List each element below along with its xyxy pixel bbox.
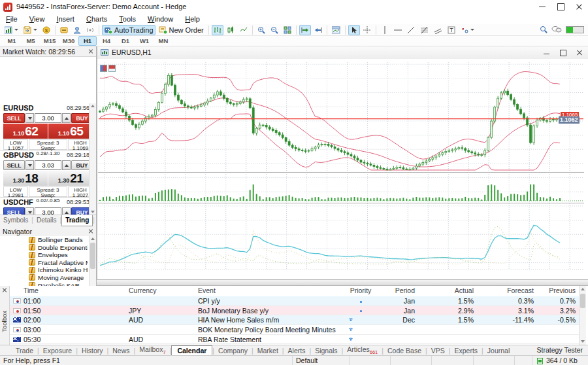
volume-decrease-button[interactable] bbox=[25, 207, 34, 215]
autotrading-button[interactable]: AutoTrading bbox=[102, 25, 155, 35]
chart-window-titlebar[interactable]: EURUSD,H1 bbox=[97, 46, 588, 60]
bottom-tab-code-base[interactable]: Code Base bbox=[384, 347, 425, 355]
calendar-row[interactable]: 05:30AUDRBA Rate Statement bbox=[10, 335, 579, 345]
minimize-button[interactable] bbox=[533, 0, 551, 13]
volume-decrease-button[interactable] bbox=[25, 160, 34, 170]
bottom-tab-alerts[interactable]: Alerts bbox=[284, 347, 310, 355]
zoom-in-button[interactable] bbox=[255, 25, 267, 35]
indicators-button[interactable] bbox=[330, 25, 342, 35]
chart-maximize-button[interactable] bbox=[557, 48, 570, 57]
crosshair-tool-button[interactable] bbox=[361, 25, 373, 35]
volume-input[interactable]: 3.00 bbox=[35, 207, 61, 215]
menu-file[interactable]: File bbox=[0, 14, 24, 24]
ask-price[interactable]: 1.3021 bbox=[48, 171, 93, 186]
bottom-tab-signals[interactable]: Signals bbox=[311, 347, 341, 355]
chart-close-button[interactable] bbox=[573, 48, 586, 57]
bottom-tab-mailbox[interactable]: Mailbox7 bbox=[135, 345, 169, 355]
tile-windows-button[interactable] bbox=[282, 25, 293, 35]
menu-help[interactable]: Help bbox=[179, 14, 206, 24]
timeframe-m30[interactable]: M30 bbox=[59, 36, 78, 46]
sell-button[interactable]: SELL bbox=[3, 207, 25, 215]
volume-increase-button[interactable] bbox=[62, 207, 71, 215]
channel-tool-button[interactable] bbox=[432, 25, 444, 35]
close-icon[interactable] bbox=[1, 287, 8, 294]
profiles-button[interactable] bbox=[22, 25, 39, 35]
volume-input[interactable]: 3.00 bbox=[35, 113, 61, 123]
menu-charts[interactable]: Charts bbox=[80, 14, 113, 24]
calendar-scrollbar[interactable] bbox=[579, 286, 586, 345]
timeframe-m1[interactable]: M1 bbox=[3, 36, 21, 46]
calendar-row[interactable]: 03:00BOK Monetary Policy Board Meeting M… bbox=[10, 325, 579, 335]
search-icon[interactable] bbox=[540, 26, 547, 33]
chart-plot-area[interactable]: 1.1065 1.1062 bbox=[97, 59, 588, 279]
sell-button[interactable]: SELL bbox=[3, 113, 25, 123]
market-watch-button[interactable]: $ bbox=[41, 25, 52, 35]
chat-icon[interactable] bbox=[551, 26, 562, 33]
new-order-button[interactable]: New Order bbox=[157, 25, 206, 35]
navigator-item-fractal-adaptive-mov[interactable]: fFractal Adaptive Mov bbox=[0, 259, 96, 267]
close-icon[interactable] bbox=[88, 228, 94, 235]
market-watch-symbol-usdchf[interactable]: USDCHF08:29:53SELL3.00BUYLOWHIGH bbox=[0, 198, 96, 215]
bottom-tab-articles[interactable]: Articles661 bbox=[343, 345, 382, 355]
fibonacci-tool-button[interactable] bbox=[418, 25, 431, 35]
auto-scroll-button[interactable] bbox=[299, 25, 311, 35]
arrows-tool-button[interactable] bbox=[459, 25, 476, 35]
bottom-tab-experts[interactable]: Experts bbox=[450, 347, 482, 355]
bid-price[interactable]: 1.1062 bbox=[3, 124, 48, 139]
timeframe-m15[interactable]: M15 bbox=[41, 36, 59, 46]
chart-shift-button[interactable] bbox=[312, 25, 324, 35]
new-chart-button[interactable] bbox=[3, 25, 20, 35]
volume-increase-button[interactable] bbox=[62, 113, 71, 123]
timeframe-m5[interactable]: M5 bbox=[22, 36, 40, 46]
cursor-tool-button[interactable] bbox=[348, 25, 360, 35]
market-watch-scrollbar[interactable] bbox=[89, 103, 96, 215]
market-watch-symbol-eurusd[interactable]: EURUSD08:29:56SELL3.00BUY1.10621.1065LOW… bbox=[0, 103, 96, 150]
line-chart-mode-button[interactable] bbox=[238, 25, 250, 35]
bottom-tab-trade[interactable]: Trade bbox=[12, 347, 37, 355]
close-icon[interactable] bbox=[88, 48, 94, 55]
bottom-tab-journal[interactable]: Journal bbox=[483, 347, 514, 355]
chart-minimize-button[interactable] bbox=[540, 48, 553, 57]
bottom-tab-market[interactable]: Market bbox=[253, 347, 282, 355]
bottom-tab-exposure[interactable]: Exposure bbox=[39, 347, 76, 355]
menu-window[interactable]: Window bbox=[142, 14, 179, 24]
menu-tools[interactable]: Tools bbox=[113, 14, 142, 24]
timeframe-mn[interactable]: MN bbox=[154, 36, 172, 46]
bar-chart-mode-button[interactable] bbox=[212, 25, 223, 35]
bid-price[interactable]: 1.3018 bbox=[3, 171, 48, 186]
one-click-expand-icon[interactable] bbox=[108, 65, 116, 72]
timeframe-h1[interactable]: H1 bbox=[78, 36, 97, 46]
tab-details[interactable]: Details bbox=[33, 215, 60, 226]
bottom-tab-calendar[interactable]: Calendar bbox=[171, 345, 212, 355]
bottom-tab-news[interactable]: News bbox=[108, 347, 133, 355]
horizontal-splitter[interactable] bbox=[97, 279, 588, 286]
menu-view[interactable]: View bbox=[24, 14, 51, 24]
bottom-tab-history[interactable]: History bbox=[78, 347, 107, 355]
timeframe-h4[interactable]: H4 bbox=[97, 36, 116, 46]
navigator-item-ichimoku-kinko-hyo[interactable]: fIchimoku Kinko Hyo bbox=[0, 266, 96, 274]
calendar-row[interactable]: 01:00CPI y/yJan1.5%0.3%0.7% bbox=[10, 296, 579, 306]
signals-service-button[interactable] bbox=[84, 25, 96, 35]
bottom-tab-vps[interactable]: VPS bbox=[427, 347, 449, 355]
close-button[interactable] bbox=[570, 0, 588, 13]
candlestick-mode-button[interactable] bbox=[225, 25, 237, 35]
timeframe-w1[interactable]: W1 bbox=[135, 36, 154, 46]
calendar-row[interactable]: 01:50JPYBoJ Monetary Base y/yJan2.9%3.1%… bbox=[10, 306, 579, 316]
ask-price[interactable]: 1.1065 bbox=[48, 124, 93, 139]
one-click-trading-icon[interactable] bbox=[100, 65, 107, 72]
data-window-button[interactable] bbox=[58, 25, 70, 35]
volume-decrease-button[interactable] bbox=[25, 113, 34, 123]
navigator-item-double-exponential[interactable]: fDouble Exponential bbox=[0, 244, 96, 252]
timeframe-d1[interactable]: D1 bbox=[116, 36, 135, 46]
sell-button[interactable]: SELL bbox=[3, 160, 25, 170]
navigator-button[interactable] bbox=[71, 25, 83, 35]
trendline-tool-button[interactable] bbox=[405, 25, 417, 35]
menu-insert[interactable]: Insert bbox=[50, 14, 80, 24]
bottom-tab-company[interactable]: Company bbox=[214, 347, 252, 355]
market-watch-symbol-gbpusd[interactable]: GBPUSD08:29:18SELL3.03BUY1.30181.3021LOW… bbox=[0, 150, 96, 198]
volume-increase-button[interactable] bbox=[62, 160, 71, 170]
maximize-button[interactable] bbox=[551, 0, 570, 13]
tab-symbols[interactable]: Symbols bbox=[0, 215, 31, 226]
navigator-item-bollinger-bands[interactable]: fBollinger Bands bbox=[0, 236, 96, 244]
horizontal-line-tool-button[interactable] bbox=[392, 25, 404, 35]
